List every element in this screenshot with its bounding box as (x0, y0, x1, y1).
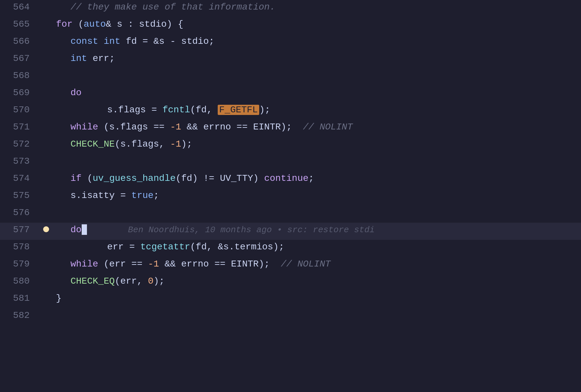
line-number: 575 (0, 188, 40, 203)
code-line: 577do Ben Noordhuis, 10 months ago • src… (0, 223, 581, 240)
line-number: 572 (0, 137, 40, 151)
line-content: } (53, 291, 581, 305)
line-number: 581 (0, 291, 40, 305)
code-editor: 564// they make use of that information.… (0, 0, 581, 392)
line-number: 566 (0, 34, 40, 48)
line-number: 577 (0, 223, 40, 237)
line-content: int err; (53, 51, 581, 66)
line-number: 567 (0, 51, 40, 66)
line-content: while (s.flags == -1 && errno == EINTR);… (53, 120, 581, 134)
code-line: 580CHECK_EQ(err, 0); (0, 274, 581, 291)
line-content: // they make use of that information. (53, 0, 581, 14)
line-content: err = tcgetattr(fd, &s.termios); (53, 240, 581, 254)
line-number: 579 (0, 257, 40, 271)
line-content: for (auto& s : stdio) { (53, 17, 581, 31)
line-number: 571 (0, 120, 40, 134)
line-content: s.flags = fcntl(fd, F_GETFL); (53, 103, 581, 117)
breakpoint-dot (43, 226, 49, 232)
code-line: 578 err = tcgetattr(fd, &s.termios); (0, 240, 581, 257)
code-line: 574if (uv_guess_handle(fd) != UV_TTY) co… (0, 171, 581, 188)
line-content: do Ben Noordhuis, 10 months ago • src: r… (53, 223, 581, 237)
line-content: while (err == -1 && errno == EINTR); // … (53, 257, 581, 271)
line-number: 578 (0, 240, 40, 254)
line-content: do (53, 86, 581, 100)
line-number: 565 (0, 17, 40, 31)
code-line: 576 (0, 206, 581, 223)
code-line: 565for (auto& s : stdio) { (0, 17, 581, 34)
code-line: 570 s.flags = fcntl(fd, F_GETFL); (0, 103, 581, 120)
code-line: 575s.isatty = true; (0, 188, 581, 206)
line-number: 580 (0, 274, 40, 288)
line-number: 569 (0, 86, 40, 100)
line-content: const int fd = &s - stdio; (53, 34, 581, 48)
code-line: 569do (0, 86, 581, 103)
line-content: s.isatty = true; (53, 188, 581, 203)
code-line: 568 (0, 69, 581, 86)
code-line: 573 (0, 154, 581, 171)
line-number: 574 (0, 171, 40, 185)
line-number: 570 (0, 103, 40, 117)
code-line: 571while (s.flags == -1 && errno == EINT… (0, 120, 581, 137)
line-gutter (40, 226, 53, 232)
code-line: 566const int fd = &s - stdio; (0, 34, 581, 51)
line-number: 582 (0, 308, 40, 322)
code-line: 582 (0, 308, 581, 325)
line-number: 576 (0, 206, 40, 220)
line-number: 573 (0, 154, 40, 168)
line-number: 564 (0, 0, 40, 14)
line-content: if (uv_guess_handle(fd) != UV_TTY) conti… (53, 171, 581, 185)
code-line: 564// they make use of that information. (0, 0, 581, 17)
code-line: 567int err; (0, 51, 581, 69)
line-content: CHECK_NE(s.flags, -1); (53, 137, 581, 151)
code-line: 572CHECK_NE(s.flags, -1); (0, 137, 581, 154)
line-number: 568 (0, 69, 40, 83)
code-line: 579while (err == -1 && errno == EINTR); … (0, 257, 581, 274)
code-line: 581} (0, 291, 581, 308)
line-content: CHECK_EQ(err, 0); (53, 274, 581, 288)
